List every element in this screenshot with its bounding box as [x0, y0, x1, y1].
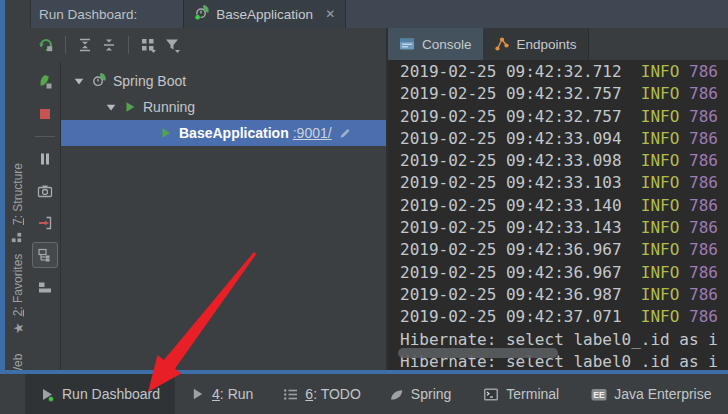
console-line: 2019-02-25 09:42:33.140 INFO 786 — [400, 195, 728, 217]
show-configurations-button[interactable] — [32, 242, 58, 268]
console-line: 2019-02-25 09:42:36.987 INFO 786 — [400, 284, 728, 306]
stop-icon — [37, 106, 53, 122]
tree-node-baseapplication[interactable]: BaseApplication:9001/ — [61, 120, 386, 146]
chevron-down-icon — [105, 101, 117, 113]
group-by-button[interactable] — [136, 33, 160, 57]
rerun-icon — [38, 37, 54, 53]
expand-all-button[interactable] — [73, 33, 97, 57]
toolbar-separator — [65, 36, 66, 54]
left-accent-border — [0, 0, 5, 370]
stripe-label-structure: 7: Structure — [11, 163, 25, 225]
rerun-application-button[interactable] — [32, 69, 58, 95]
port-link[interactable]: :9001/ — [293, 125, 332, 141]
tool-window-header: Run Dashboard: BaseApplication ✕ — [30, 0, 728, 29]
filter-button[interactable] — [160, 33, 184, 57]
statusbar-java-enterprise[interactable]: EE Java Enterprise — [585, 374, 717, 414]
layout-panels-icon — [37, 279, 53, 295]
statusbar-run-dashboard[interactable]: Run Dashboard — [25, 374, 175, 414]
structure-icon — [10, 231, 26, 244]
statusbar-label: Java Enterprise — [614, 386, 711, 402]
chevron-down-icon — [73, 75, 85, 87]
console-line: 2019-02-25 09:42:37.071 INFO 786 — [400, 306, 728, 328]
edit-pencil-icon[interactable] — [338, 126, 352, 140]
console-icon — [399, 36, 415, 52]
console-line: 2019-02-25 09:42:32.757 INFO 786 — [400, 83, 728, 105]
tab-console[interactable]: Console — [388, 28, 483, 60]
console-line: 2019-02-25 09:42:36.967 INFO 786 — [400, 262, 728, 284]
tool-window-stripe: 7: Structure ★ 2: Favorites Web — [5, 0, 31, 370]
endpoints-icon — [494, 36, 510, 52]
console-line: 2019-02-25 09:42:33.094 INFO 786 — [400, 128, 728, 150]
java-ee-icon: EE — [591, 387, 607, 402]
pause-icon — [37, 151, 53, 167]
spring-boot-running-icon — [194, 4, 210, 24]
thread-dump-camera-icon — [37, 183, 53, 199]
toolbar-separator — [35, 136, 55, 137]
tab-title: BaseApplication — [216, 7, 313, 22]
rerun-application-icon — [37, 74, 53, 90]
console-line: 2019-02-25 09:42:33.103 INFO 786 — [400, 172, 728, 194]
console-line: 2019-02-25 09:42:33.098 INFO 786 — [400, 150, 728, 172]
svg-text:EE: EE — [594, 390, 606, 400]
stripe-item-favorites[interactable]: ★ 2: Favorites — [7, 254, 29, 334]
tab-endpoints[interactable]: Endpoints — [483, 28, 589, 60]
console-line: 2019-02-25 09:42:32.757 INFO 786 — [400, 106, 728, 128]
collapse-all-button[interactable] — [97, 33, 121, 57]
console-line: 2019-02-25 09:42:36.967 INFO 786 — [400, 239, 728, 261]
tab-endpoints-label: Endpoints — [517, 37, 577, 52]
status-bar: Run Dashboard 4: Run 6: TODO Spring — [0, 374, 728, 414]
run-tool-window-icon — [191, 387, 205, 401]
tree-node-spring-boot[interactable]: Spring Boot — [61, 68, 386, 94]
run-icon — [123, 100, 137, 114]
tab-baseapplication[interactable]: BaseApplication ✕ — [183, 0, 346, 28]
favorites-star-icon: ★ — [11, 322, 26, 334]
tree-node-label: Spring Boot — [113, 73, 186, 89]
ide-run-dashboard-window: Run Dashboard: BaseApplication ✕ — [0, 0, 728, 414]
configurations-tree-icon — [37, 247, 53, 263]
run-dashboard-icon — [40, 387, 55, 402]
pause-button[interactable] — [32, 146, 58, 172]
statusbar-label: Terminal — [506, 386, 559, 402]
toolbar-separator — [128, 36, 129, 54]
rerun-button[interactable] — [34, 33, 58, 57]
layout-button[interactable] — [32, 274, 58, 300]
dashboard-toolbar — [30, 28, 386, 63]
console-line: 2019-02-25 09:42:33.143 INFO 786 — [400, 217, 728, 239]
stripe-item-structure[interactable]: 7: Structure — [7, 163, 29, 244]
statusbar-todo[interactable]: 6: TODO — [277, 374, 367, 414]
spring-leaf-icon — [389, 387, 404, 402]
tree-node-label: Running — [143, 99, 195, 115]
filter-icon — [164, 37, 181, 54]
group-by-icon — [140, 37, 157, 54]
exit-button[interactable] — [32, 210, 58, 236]
tab-console-label: Console — [422, 37, 472, 52]
close-icon[interactable]: ✕ — [325, 7, 335, 21]
run-controls-toolbar — [30, 62, 61, 374]
collapse-all-icon — [101, 37, 117, 53]
statusbar-label: 6: TODO — [305, 386, 361, 402]
terminal-icon — [483, 387, 499, 402]
console-output: 2019-02-25 09:42:32.712 INFO 7862019-02-… — [388, 60, 728, 370]
horizontal-scrollbar-thumb[interactable] — [398, 348, 558, 358]
statusbar-run[interactable]: 4: Run — [185, 374, 259, 414]
tree-node-running[interactable]: Running — [61, 94, 386, 120]
statusbar-terminal[interactable]: Terminal — [477, 374, 565, 414]
console-line: 2019-02-25 09:42:32.712 INFO 786 — [400, 61, 728, 83]
statusbar-label: 4: Run — [212, 386, 253, 402]
thread-dump-button[interactable] — [32, 178, 58, 204]
stop-button[interactable] — [32, 101, 58, 127]
statusbar-label: Spring — [411, 386, 451, 402]
run-config-name: BaseApplication — [179, 125, 289, 141]
run-icon — [159, 126, 173, 140]
todo-list-icon — [283, 387, 298, 402]
statusbar-spring[interactable]: Spring — [383, 374, 457, 414]
spring-boot-icon — [91, 72, 107, 91]
run-dashboard-header-label: Run Dashboard: — [30, 7, 137, 22]
stripe-label-favorites: 2: Favorites — [11, 254, 25, 317]
expand-all-icon — [77, 37, 93, 53]
statusbar-label: Run Dashboard — [62, 386, 160, 402]
exit-icon — [37, 215, 53, 231]
console-tab-bar: Console Endpoints — [388, 28, 728, 60]
run-dashboard-tree: Spring Boot Running BaseApplication:9001… — [61, 62, 386, 374]
